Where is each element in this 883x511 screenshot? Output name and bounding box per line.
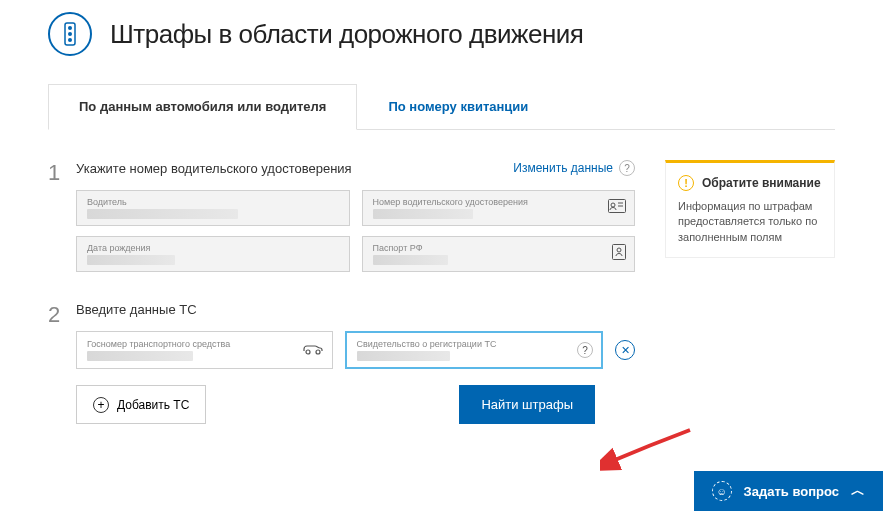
svg-point-11: [316, 350, 320, 354]
dob-value-redacted: [87, 255, 175, 265]
change-data-label: Изменить данные: [513, 161, 613, 175]
license-label: Номер водительского удостоверения: [373, 197, 625, 207]
plate-field[interactable]: Госномер транспортного средства: [76, 331, 333, 369]
passport-label: Паспорт РФ: [373, 243, 625, 253]
driver-value-redacted: [87, 209, 238, 219]
warning-title: Обратите внимание: [702, 176, 821, 190]
find-fines-button[interactable]: Найти штрафы: [459, 385, 595, 424]
registration-label: Свидетельство о регистрации ТС: [357, 339, 592, 349]
tabs: По данным автомобиля или водителя По ном…: [48, 84, 835, 130]
svg-point-1: [68, 26, 72, 30]
license-field: Номер водительского удостоверения: [362, 190, 636, 226]
plate-value-redacted: [87, 351, 193, 361]
dob-field: Дата рождения: [76, 236, 350, 272]
add-vehicle-button[interactable]: + Добавить ТС: [76, 385, 206, 424]
help-icon[interactable]: ?: [577, 342, 593, 358]
chat-icon: ☺: [712, 481, 732, 501]
change-data-link[interactable]: Изменить данные ?: [513, 160, 635, 176]
ask-question-widget[interactable]: ☺ Задать вопрос ︿: [694, 471, 883, 511]
car-icon: [302, 341, 324, 359]
page-header: Штрафы в области дорожного движения: [48, 12, 835, 56]
svg-point-2: [68, 32, 72, 36]
ask-question-label: Задать вопрос: [744, 484, 839, 499]
warning-icon: !: [678, 175, 694, 191]
dob-label: Дата рождения: [87, 243, 339, 253]
svg-point-3: [68, 38, 72, 42]
passport-field: Паспорт РФ: [362, 236, 636, 272]
svg-point-10: [306, 350, 310, 354]
plate-label: Госномер транспортного средства: [87, 339, 322, 349]
add-vehicle-label: Добавить ТС: [117, 398, 189, 412]
step-number-1: 1: [48, 160, 76, 282]
traffic-light-icon: [48, 12, 92, 56]
passport-value-redacted: [373, 255, 448, 265]
help-icon[interactable]: ?: [619, 160, 635, 176]
chevron-up-icon: ︿: [851, 482, 865, 500]
svg-point-9: [617, 248, 621, 252]
passport-icon: [612, 244, 626, 264]
section2-title: Введите данные ТС: [76, 302, 197, 317]
license-value-redacted: [373, 209, 474, 219]
clear-button[interactable]: ✕: [615, 340, 635, 360]
section1-title: Укажите номер водительского удостоверени…: [76, 161, 352, 176]
warning-box: ! Обратите внимание Информация по штрафа…: [665, 160, 835, 258]
svg-point-5: [611, 203, 615, 207]
warning-text: Информация по штрафам предоставляется то…: [678, 199, 822, 245]
driver-label: Водитель: [87, 197, 339, 207]
tab-by-vehicle-driver[interactable]: По данным автомобиля или водителя: [48, 84, 357, 130]
registration-field[interactable]: Свидетельство о регистрации ТС ?: [345, 331, 604, 369]
driver-field: Водитель: [76, 190, 350, 226]
tab-by-receipt[interactable]: По номеру квитанции: [357, 84, 559, 129]
plus-icon: +: [93, 397, 109, 413]
page-title: Штрафы в области дорожного движения: [110, 19, 583, 50]
id-card-icon: [608, 199, 626, 217]
step-number-2: 2: [48, 302, 76, 424]
registration-value-redacted: [357, 351, 451, 361]
